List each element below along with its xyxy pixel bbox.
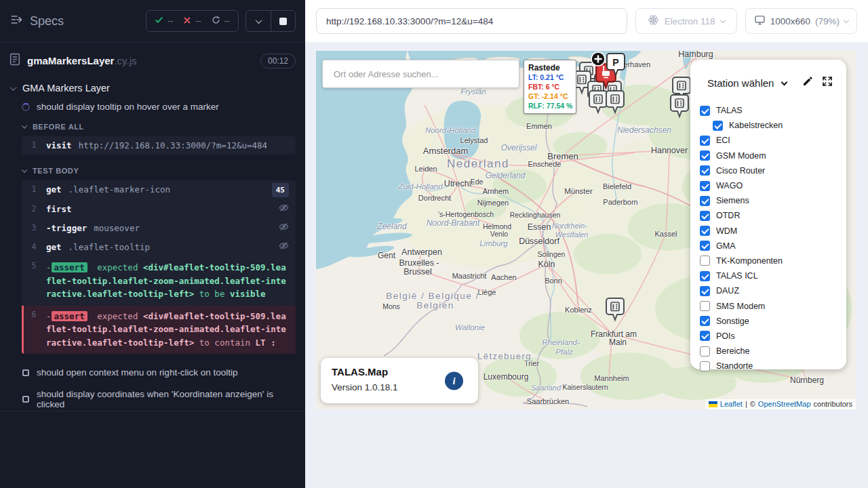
map-label: Lelystad bbox=[460, 136, 488, 144]
command-row[interactable]: 1get.leaflet-marker-icon45 bbox=[22, 180, 296, 200]
map-marker-station[interactable] bbox=[605, 89, 625, 118]
checkbox-otdr[interactable] bbox=[700, 211, 710, 221]
layer-label: Cisco Router bbox=[716, 166, 765, 176]
assert-command-row[interactable]: 6-assert expected <div#leaflet-tooltip-5… bbox=[22, 306, 296, 354]
layer-row: Bereiche bbox=[700, 344, 846, 359]
checkbox-gma[interactable] bbox=[700, 241, 710, 251]
test-body-header[interactable]: TEST BODY bbox=[11, 163, 296, 180]
viewport-select[interactable]: 1000x660 (79%) bbox=[745, 8, 857, 34]
checkbox-dauz[interactable] bbox=[700, 286, 710, 296]
layer-label: GMA bbox=[716, 241, 735, 251]
layer-row: Standorte bbox=[700, 359, 846, 373]
running-test[interactable]: should display tooltip on hover over a m… bbox=[11, 100, 296, 119]
map-label: Enschede bbox=[528, 160, 561, 168]
map-label: Lëtzebuerg bbox=[477, 351, 532, 361]
chevron-down-icon[interactable] bbox=[781, 79, 788, 85]
checkbox-talas[interactable] bbox=[700, 106, 710, 116]
map-marker-add[interactable] bbox=[590, 51, 606, 70]
assert-command-row[interactable]: 5-assert expected <div#leaflet-tooltip-5… bbox=[22, 257, 296, 306]
pending-test-title: should open context menu on right-click … bbox=[37, 367, 237, 378]
command-method: get bbox=[46, 241, 62, 253]
tooltip-value-row: GT: -2.14 °C bbox=[528, 92, 572, 101]
layer-row: WDM bbox=[700, 224, 846, 239]
suite-header[interactable]: GMA Markers Layer bbox=[11, 79, 296, 100]
command-args: http://192.168.10.33:3000/?m=12&u=484 bbox=[79, 139, 267, 152]
running-spinner-icon bbox=[22, 103, 30, 111]
checkbox-sms-modem[interactable] bbox=[700, 301, 710, 311]
checkbox-talas-icl[interactable] bbox=[700, 271, 710, 281]
specs-toggle[interactable]: Specs bbox=[9, 13, 64, 30]
checkbox-cisco-router[interactable] bbox=[700, 165, 710, 176]
test-body-commands: 1get.leaflet-marker-icon452first3-trigge… bbox=[22, 180, 296, 354]
url-input[interactable]: http://192.168.10.33:3000/?m=12&u=484 bbox=[316, 8, 627, 34]
checkbox-bereiche[interactable] bbox=[700, 346, 710, 357]
map-label: Nordrhein- bbox=[552, 222, 587, 230]
map-marker-parking[interactable]: P bbox=[606, 52, 626, 81]
checkbox-wago[interactable] bbox=[700, 181, 710, 191]
map-marker-station[interactable] bbox=[605, 297, 625, 325]
test-title: should display tooltip on hover over a m… bbox=[37, 102, 219, 112]
expand-icon[interactable] bbox=[822, 76, 833, 89]
test-stats: -- -- -- bbox=[146, 10, 239, 32]
command-row[interactable]: 4get.leaflet-tooltip bbox=[22, 238, 296, 257]
checkbox-kabelstrecken[interactable] bbox=[713, 121, 723, 131]
command-method: visit bbox=[46, 139, 72, 152]
layer-label: TALAS ICL bbox=[716, 271, 758, 281]
tooltip-title: Rastede bbox=[528, 63, 572, 73]
map-label: Zeeland bbox=[377, 222, 406, 231]
command-row[interactable]: 1visithttp://192.168.10.33:3000/?m=12&u=… bbox=[22, 136, 296, 155]
map-label: Aachen bbox=[491, 273, 516, 281]
checkbox-wdm[interactable] bbox=[700, 226, 710, 236]
stat-failed: -- bbox=[183, 16, 201, 26]
map-label: Noord-Brabant bbox=[427, 218, 480, 228]
map-label: Bonn bbox=[545, 277, 562, 285]
command-indicators bbox=[273, 203, 289, 216]
command-number: 3 bbox=[22, 222, 46, 235]
info-icon[interactable]: i bbox=[445, 371, 463, 390]
assert-badge: assert bbox=[52, 262, 87, 272]
leaflet-link[interactable]: Leaflet bbox=[720, 400, 743, 408]
browser-select[interactable]: Electron 118 bbox=[635, 8, 737, 34]
collapse-button[interactable] bbox=[246, 11, 271, 31]
layer-row: Kabelstrecken bbox=[700, 118, 846, 133]
map-label: Ede bbox=[471, 178, 484, 186]
command-method: -trigger bbox=[46, 222, 87, 235]
assert-message: -assert expected <div#leaflet-tooltip-50… bbox=[46, 261, 289, 301]
panel-title[interactable]: Station wählen bbox=[707, 77, 774, 89]
map-label: Amsterdam bbox=[423, 146, 468, 156]
map-label: Recklinghausen bbox=[510, 211, 561, 219]
assert-target: LT : bbox=[256, 338, 276, 348]
command-number: 2 bbox=[22, 203, 46, 216]
checkbox-tk-komponenten[interactable] bbox=[700, 256, 710, 266]
assert-connector: to contain bbox=[194, 338, 255, 348]
map-label: Hamburg bbox=[678, 51, 713, 59]
command-indicators: 45 bbox=[267, 183, 289, 197]
map-marker-station[interactable] bbox=[669, 94, 690, 122]
checkbox-gsm-modem[interactable] bbox=[700, 150, 710, 161]
checkbox-siemens[interactable] bbox=[700, 196, 710, 206]
osm-link[interactable]: OpenStreetMap bbox=[758, 400, 811, 408]
checkbox-eci[interactable] bbox=[700, 136, 710, 146]
map-label: Bremen bbox=[547, 151, 578, 161]
checkbox-sonstige[interactable] bbox=[700, 316, 710, 326]
command-row[interactable]: 3-triggermouseover bbox=[22, 219, 296, 238]
map-label: Brussel bbox=[403, 267, 432, 277]
edit-pencil-icon[interactable] bbox=[802, 76, 813, 89]
command-row[interactable]: 2first bbox=[22, 200, 296, 219]
map-canvas[interactable]: AmsterdamLelystadLeidenUtrechtEdeDordrec… bbox=[316, 51, 856, 409]
checkbox-standorte[interactable] bbox=[700, 361, 710, 371]
map-search-input[interactable]: Ort oder Adresse suchen... bbox=[322, 60, 519, 88]
pending-test[interactable]: should open context menu on right-click … bbox=[11, 362, 296, 384]
layer-label: TK-Komponenten bbox=[716, 256, 783, 266]
map-label: Essen bbox=[528, 222, 551, 232]
stop-button[interactable] bbox=[271, 11, 295, 31]
layer-label: TALAS bbox=[716, 106, 743, 115]
spec-file-row[interactable]: gmaMarkersLayer.cy.js 00:12 bbox=[0, 43, 305, 77]
map-label: Bruxelles - bbox=[399, 258, 439, 268]
map-label: Koblenz bbox=[565, 306, 592, 314]
layer-row: WAGO bbox=[700, 178, 846, 193]
marker-tooltip[interactable]: Rastede LT: 0.21 °CFBT: 6 °CGT: -2.14 °C… bbox=[524, 60, 576, 114]
before-all-header[interactable]: BEFORE ALL bbox=[11, 119, 296, 136]
checkbox-pois[interactable] bbox=[700, 331, 710, 341]
sidebar-bottom-divider bbox=[0, 411, 305, 411]
